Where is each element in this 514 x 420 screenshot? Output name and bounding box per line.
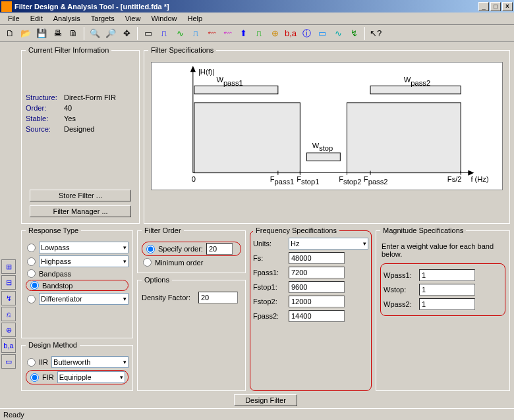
side-toolbar: ⊞ ⊟ ↯ ⎌ ⊕ b,a ▭ [0,42,17,408]
lowpass-dropdown[interactable]: Lowpass [39,242,128,253]
specify-order-input[interactable]: 20 [206,243,233,255]
current-filter-legend: Current Filter Information [26,46,111,54]
print-icon[interactable]: 🖶 [50,26,65,41]
iir-dropdown[interactable]: Butterworth [51,356,128,368]
svg-rect-11 [370,86,461,94]
side-tool-7-icon[interactable]: ▭ [1,354,16,369]
menu-view[interactable]: View [120,13,146,24]
structure-label: Structure: [26,93,64,101]
printpreview-icon[interactable]: 🗎 [66,26,80,41]
fs-input[interactable]: 48000 [289,252,345,264]
svg-text:Wpass1: Wpass1 [216,76,243,86]
wpass2-input[interactable]: 1 [419,298,475,310]
density-label: Density Factor: [142,294,194,302]
side-tool-6-icon[interactable]: b,a [1,338,16,353]
magphase-icon[interactable]: ⎍ [188,26,203,41]
side-tool-1-icon[interactable]: ⊞ [1,259,16,274]
filter-manager-button[interactable]: Filter Manager ... [30,205,131,217]
phasedelay-icon[interactable]: ⬳ [220,26,235,41]
magest-icon[interactable]: ▭ [315,26,329,41]
fstop1-input[interactable]: 9600 [289,281,345,293]
close-button[interactable]: × [502,2,513,11]
side-tool-3-icon[interactable]: ↯ [1,291,16,305]
menu-file[interactable]: File [3,13,25,24]
specify-order-radio[interactable] [146,245,155,253]
roundoff-icon[interactable]: ∿ [331,26,345,41]
zoomin-icon[interactable]: 🔍 [88,26,102,41]
differentiator-dropdown[interactable]: Differentiator [39,293,128,305]
menu-window[interactable]: Window [146,13,182,24]
side-tool-5-icon[interactable]: ⊕ [1,323,16,337]
open-icon[interactable]: 📂 [18,26,33,41]
mag-icon[interactable]: ⎍ [157,26,171,41]
stable-value: Yes [64,115,76,122]
response-type: Response Type Lowpass Highpass Bandpass … [21,226,133,338]
options-legend: Options [142,276,172,284]
wpass1-label: Wpass1: [384,271,415,279]
wpass2-label: Wpass2: [384,300,415,308]
phase-icon[interactable]: ∿ [173,26,187,41]
zoomout-icon[interactable]: 🔎 [103,26,118,41]
spec-plot: |H(f)| Wpass1 Wstop Wpass2 [151,62,503,190]
coef-icon[interactable]: b,a [283,26,298,41]
save-icon[interactable]: 💾 [34,26,49,41]
menu-analysis[interactable]: Analysis [48,13,86,24]
menu-bar: File Edit Analysis Targets View Window H… [0,13,514,25]
source-label: Source: [26,125,64,133]
bandstop-label: Bandstop [42,282,72,290]
design-method: Design Method IIRButterworth FIREquiripp… [21,341,133,391]
bandpass-radio[interactable] [27,269,36,278]
menu-help[interactable]: Help [183,13,208,24]
store-filter-button[interactable]: Store Filter ... [30,190,131,201]
design-method-legend: Design Method [26,341,80,349]
side-tool-4-icon[interactable]: ⎌ [1,307,16,321]
fs-label: Fs: [253,254,285,262]
lowpass-radio[interactable] [27,244,36,252]
impulse-icon[interactable]: ⬆ [236,26,250,41]
fir-dropdown[interactable]: Equiripple [57,371,125,383]
groupdelay-icon[interactable]: ⬳ [204,26,219,41]
svg-text:Fs/2: Fs/2 [447,175,462,183]
highpass-radio[interactable] [27,257,36,266]
new-icon[interactable]: 🗋 [3,26,17,41]
fpass2-label: Fpass2: [253,312,285,320]
fstop2-input[interactable]: 12000 [289,296,345,307]
bandstop-radio[interactable] [30,281,39,290]
specify-order-label: Specify order: [158,245,203,253]
toolbar: 🗋 📂 💾 🖶 🗎 🔍 🔎 ✥ ▭ ⎍ ∿ ⎍ ⬳ ⬳ ⬆ ⎍ ⊕ b,a ⓘ … [0,25,514,42]
maximize-button[interactable]: □ [490,2,501,11]
fstop2-label: Fstop2: [253,298,285,305]
help-icon[interactable]: ↖? [368,26,383,41]
menu-targets[interactable]: Targets [86,13,120,24]
differentiator-radio[interactable] [27,295,36,303]
density-input[interactable]: 20 [198,292,238,303]
menu-edit[interactable]: Edit [25,13,48,24]
highpass-dropdown[interactable]: Highpass [39,255,128,267]
side-tool-2-icon[interactable]: ⊟ [1,275,16,290]
fpass2-input[interactable]: 14400 [289,310,345,322]
magnitude-specifications: Magnitude Specifications Enter a weight … [376,226,510,391]
status-bar: Ready [0,408,514,420]
design-filter-button[interactable]: Design Filter [234,394,297,406]
fpass1-label: Fpass1: [253,269,285,276]
wstop-input[interactable]: 1 [419,284,475,296]
minimum-order-radio[interactable] [143,258,152,267]
svg-rect-9 [307,153,341,161]
wpass1-input[interactable]: 1 [419,269,475,281]
step-icon[interactable]: ⎍ [252,26,266,41]
title-bar: Filter Design & Analysis Tool - [untitle… [0,0,514,13]
spec-icon[interactable]: ▭ [141,26,156,41]
export-icon[interactable]: ↯ [347,26,361,41]
units-dropdown[interactable]: Hz [289,238,368,249]
options: Options Density Factor:20 [137,276,246,391]
info-icon[interactable]: ⓘ [299,26,314,41]
svg-text:0: 0 [192,175,196,183]
fir-radio[interactable] [30,373,39,382]
source-value: Designed [64,125,94,133]
iir-radio[interactable] [27,358,36,367]
mag-hint: Enter a weight value for each band below… [382,242,504,258]
minimize-button[interactable]: _ [478,2,489,11]
polezero-icon[interactable]: ⊕ [268,26,282,41]
fpass1-input[interactable]: 7200 [289,267,345,278]
pan-icon[interactable]: ✥ [119,26,134,41]
